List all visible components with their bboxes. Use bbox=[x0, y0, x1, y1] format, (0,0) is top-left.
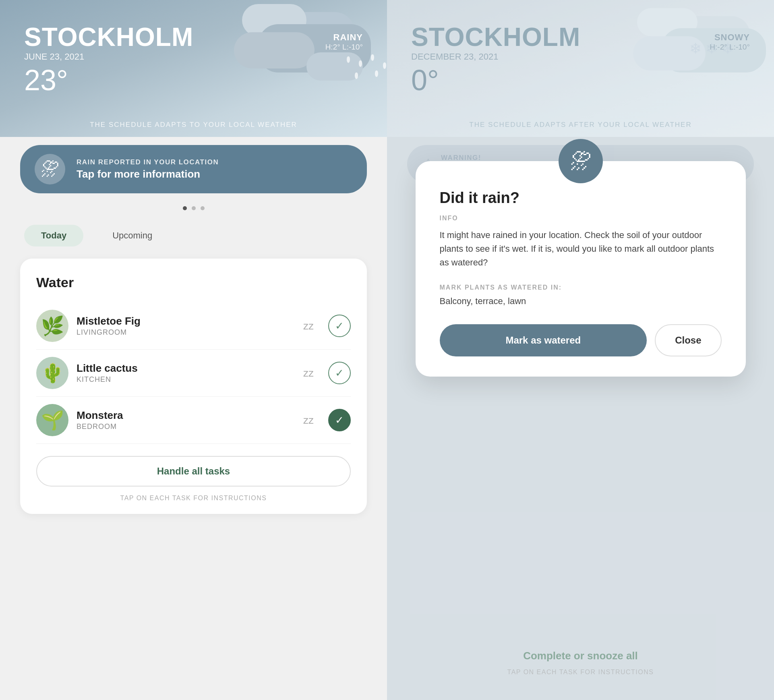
alert-top-text: RAIN REPORTED IN YOUR LOCATION bbox=[77, 158, 219, 166]
plant-info-cactus: Little cactus KITCHEN bbox=[77, 362, 295, 384]
bottom-fade-area: Complete or snooze all TAP ON EACH TASK … bbox=[387, 579, 774, 700]
complete-snooze-button[interactable]: Complete or snooze all bbox=[523, 650, 638, 662]
plant-info-monstera: Monstera BEDROOM bbox=[77, 409, 295, 431]
alert-text-area: RAIN REPORTED IN YOUR LOCATION Tap for m… bbox=[77, 158, 219, 180]
close-button[interactable]: Close bbox=[655, 324, 721, 356]
condition-label-right: SNOWY bbox=[710, 32, 750, 43]
weather-date-left: JUNE 23, 2021 bbox=[24, 52, 193, 62]
modal-buttons: Mark as watered Close bbox=[440, 324, 722, 356]
content-right: ⚠ WARNING! Low temperatures are coming ⛈… bbox=[387, 137, 774, 700]
task-item-monstera[interactable]: 🌱 Monstera BEDROOM zz ✓ bbox=[36, 397, 351, 444]
checkmark-fig: ✓ bbox=[335, 320, 344, 332]
plant-avatar-fig: 🌿 bbox=[36, 310, 68, 342]
tab-today[interactable]: Today bbox=[24, 225, 83, 246]
modal-rain-icon: ⛈ bbox=[570, 149, 592, 174]
temperature-left: 23° bbox=[24, 64, 193, 97]
modal-card: ⛈ Did it rain? INFO It might have rained… bbox=[416, 161, 746, 377]
tap-instructions-right: TAP ON EACH TASK FOR INSTRUCTIONS bbox=[507, 669, 654, 676]
modal-cloud-icon: ⛈ bbox=[559, 139, 603, 183]
alert-icon-circle: ⛈ bbox=[35, 154, 65, 184]
condition-temp-left: H:2° L:-10° bbox=[325, 43, 363, 52]
plant-info-fig: Mistletoe Fig LIVINGROOM bbox=[77, 315, 295, 337]
check-circle-monstera[interactable]: ✓ bbox=[328, 409, 351, 431]
content-left: ⛈ RAIN REPORTED IN YOUR LOCATION Tap for… bbox=[0, 137, 387, 530]
task-section-title: Water bbox=[36, 275, 351, 290]
right-panel: ❄ ❄ ❄ STOCKHOLM DECEMBER 23, 2021 0° SNO… bbox=[387, 0, 774, 700]
task-instructions-left: TAP ON EACH TASK FOR INSTRUCTIONS bbox=[36, 495, 351, 502]
tab-row: Today Upcoming bbox=[20, 225, 367, 246]
plant-name-fig: Mistletoe Fig bbox=[77, 315, 295, 327]
plant-location-monstera: BEDROOM bbox=[77, 422, 295, 431]
snooze-icon-fig: zz bbox=[303, 320, 314, 332]
cloud-5 bbox=[306, 52, 363, 81]
check-circle-cactus[interactable]: ✓ bbox=[328, 362, 351, 384]
modal-locations: Balcony, terrace, lawn bbox=[440, 296, 722, 307]
carousel-dots bbox=[20, 206, 367, 210]
mark-as-watered-button[interactable]: Mark as watered bbox=[440, 324, 647, 356]
plant-name-monstera: Monstera bbox=[77, 409, 295, 422]
checkmark-monstera: ✓ bbox=[335, 414, 344, 427]
task-card: Water 🌿 Mistletoe Fig LIVINGROOM zz ✓ 🌵 bbox=[20, 259, 367, 514]
schedule-adapts-right: THE SCHEDULE ADAPTS AFTER YOUR LOCAL WEA… bbox=[387, 121, 774, 129]
modal-mark-label: MARK PLANTS AS WATERED IN: bbox=[440, 284, 722, 291]
city-name-right: STOCKHOLM bbox=[411, 24, 580, 50]
dot-2[interactable] bbox=[192, 206, 196, 210]
weather-date-right: DECEMBER 23, 2021 bbox=[411, 52, 580, 62]
weather-bg-right: ❄ ❄ ❄ STOCKHOLM DECEMBER 23, 2021 0° SNO… bbox=[387, 0, 774, 137]
plant-location-fig: LIVINGROOM bbox=[77, 328, 295, 337]
dot-3[interactable] bbox=[201, 206, 205, 210]
weather-condition-right: SNOWY H:-2° L:-10° bbox=[710, 32, 750, 52]
weather-bg-left: STOCKHOLM JUNE 23, 2021 23° RAINY H:2° L… bbox=[0, 0, 387, 137]
tab-upcoming[interactable]: Upcoming bbox=[95, 225, 169, 246]
snooze-icon-cactus: zz bbox=[303, 367, 314, 379]
plant-avatar-cactus: 🌵 bbox=[36, 357, 68, 389]
schedule-adapts-left: THE SCHEDULE ADAPTS TO YOUR LOCAL WEATHE… bbox=[0, 121, 387, 129]
dot-1[interactable] bbox=[183, 206, 187, 210]
handle-all-tasks-button[interactable]: Handle all tasks bbox=[36, 456, 351, 487]
left-panel: STOCKHOLM JUNE 23, 2021 23° RAINY H:2° L… bbox=[0, 0, 387, 700]
plant-name-cactus: Little cactus bbox=[77, 362, 295, 375]
condition-label-left: RAINY bbox=[325, 32, 363, 43]
weather-info-right: STOCKHOLM DECEMBER 23, 2021 0° bbox=[411, 24, 580, 97]
modal-title: Did it rain? bbox=[440, 189, 722, 207]
condition-temp-right: H:-2° L:-10° bbox=[710, 43, 750, 52]
city-name-left: STOCKHOLM bbox=[24, 24, 193, 50]
modal-body-text: It might have rained in your location. C… bbox=[440, 228, 722, 269]
cloud-4 bbox=[234, 32, 315, 68]
plant-location-cactus: KITCHEN bbox=[77, 375, 295, 384]
snooze-icon-monstera: zz bbox=[303, 414, 314, 427]
plant-avatar-monstera: 🌱 bbox=[36, 404, 68, 436]
task-item-cactus[interactable]: 🌵 Little cactus KITCHEN zz ✓ bbox=[36, 350, 351, 397]
temperature-right: 0° bbox=[411, 64, 580, 97]
checkmark-cactus: ✓ bbox=[335, 367, 344, 379]
rain-cloud-icon: ⛈ bbox=[41, 158, 59, 180]
alert-banner[interactable]: ⛈ RAIN REPORTED IN YOUR LOCATION Tap for… bbox=[20, 145, 367, 193]
weather-condition-left: RAINY H:2° L:-10° bbox=[325, 32, 363, 52]
alert-bottom-text: Tap for more information bbox=[77, 168, 219, 180]
modal-info-label: INFO bbox=[440, 215, 722, 222]
check-circle-fig[interactable]: ✓ bbox=[328, 315, 351, 337]
weather-info-left: STOCKHOLM JUNE 23, 2021 23° bbox=[24, 24, 193, 97]
task-item-fig[interactable]: 🌿 Mistletoe Fig LIVINGROOM zz ✓ bbox=[36, 302, 351, 350]
